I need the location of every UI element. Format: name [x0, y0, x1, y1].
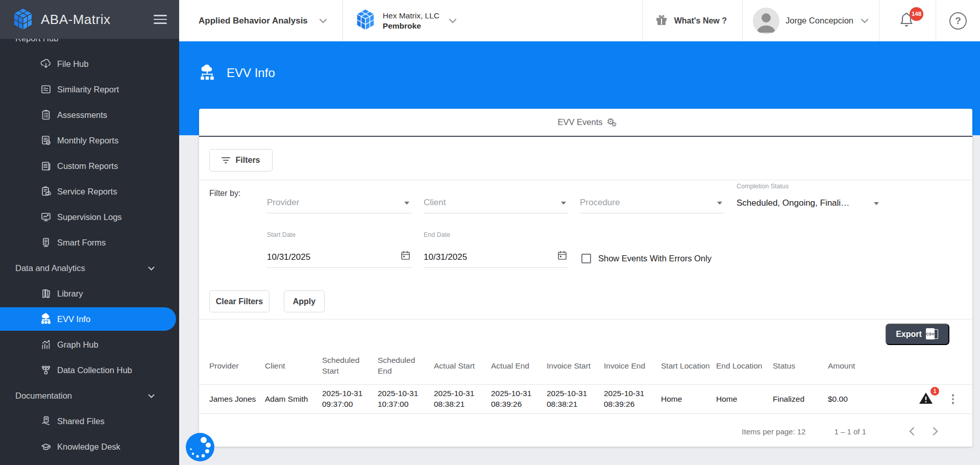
sidebar-item-label: Monthly Reports	[57, 136, 118, 145]
chevron-down-icon	[319, 16, 327, 26]
sidebar-section-documentation[interactable]: Documentation	[0, 383, 179, 408]
checkbox-label: Show Events With Errors Only	[598, 254, 712, 263]
completion-status-label: Completion Status	[737, 183, 789, 190]
items-per-page[interactable]: Items per page: 12	[742, 427, 805, 436]
filters-button[interactable]: Filters	[209, 149, 273, 172]
help-button[interactable]: ?	[949, 12, 967, 30]
user-menu[interactable]: Jorge Concepcion	[743, 0, 879, 41]
end-date-label: End Date	[424, 231, 450, 238]
user-name: Jorge Concepcion	[786, 16, 853, 26]
provider-select[interactable]: Provider	[267, 188, 411, 213]
whats-new-label: What's New ?	[674, 16, 727, 26]
table-row[interactable]: James Jones Adam Smith 2025-10-31 09:37:…	[199, 384, 972, 414]
cell-client: Adam Smith	[265, 394, 322, 405]
calendar-icon[interactable]	[401, 250, 410, 262]
avatar	[753, 8, 779, 34]
sidebar-item-supervision-logs[interactable]: Supervision Logs	[0, 204, 179, 230]
sidebar-item-smart-forms[interactable]: Smart Forms	[0, 230, 179, 255]
column-header: Amount	[828, 361, 884, 372]
knowledge-desk-icon	[40, 440, 52, 453]
sidebar-header: ABA-Matrix	[0, 0, 179, 39]
product-selector[interactable]: Applied Behavior Analysis	[179, 0, 342, 41]
sidebar-item-monthly-reports[interactable]: Monthly Reports	[0, 128, 179, 153]
top-bar: Applied Behavior Analysis Hex Matrix, LL…	[179, 0, 980, 41]
sidebar-item-assessments[interactable]: Assessments	[0, 102, 179, 128]
sidebar-item-knowledge-desk[interactable]: Knowledge Desk	[0, 434, 179, 459]
next-page-button[interactable]	[923, 421, 947, 442]
cell-actual-start: 2025-10-31 08:38:21	[434, 388, 491, 410]
sidebar-item-service-reports[interactable]: Service Reports	[0, 179, 179, 204]
supervision-logs-icon	[40, 211, 52, 223]
menu-toggle-icon[interactable]	[154, 15, 167, 24]
file-hub-icon	[40, 58, 52, 70]
organization-name: Hex Matrix, LLC	[383, 11, 439, 20]
similarity-report-icon	[40, 83, 52, 95]
graph-hub-icon	[40, 338, 52, 351]
end-date-input[interactable]: End Date 10/31/2025	[424, 242, 568, 268]
column-header: End Location	[716, 361, 773, 372]
notification-badge: 148	[910, 7, 923, 21]
sidebar-section-data-and-analytics[interactable]: Data and Analytics	[0, 255, 179, 281]
sidebar-item-shared-files[interactable]: Shared Files	[0, 408, 179, 434]
sidebar-item-label: Data Collection Hub	[57, 365, 132, 375]
chevron-down-icon	[148, 391, 155, 401]
cell-amount: $0.00	[828, 394, 884, 405]
cell-actual-end: 2025-10-31 08:39:26	[491, 388, 547, 410]
column-header: Scheduled End	[378, 355, 434, 377]
sidebar-item-file-hub[interactable]: File Hub	[0, 51, 179, 77]
organization-logo-cube-icon	[355, 9, 376, 33]
sidebar-item-evv-info[interactable]: EVV Info	[0, 306, 179, 332]
calendar-icon[interactable]	[557, 250, 567, 262]
sidebar-item-similarity-report[interactable]: Similarity Report	[0, 77, 179, 102]
show-errors-only-checkbox[interactable]: Show Events With Errors Only	[581, 254, 712, 263]
procedure-select[interactable]: Procedure	[580, 188, 724, 213]
apply-button[interactable]: Apply	[284, 290, 325, 312]
data-collection-hub-icon	[40, 364, 52, 376]
sidebar-item-label: EVV Info	[57, 314, 90, 324]
completion-status-select[interactable]: Completion Status Scheduled, Ongoing, Fi…	[737, 188, 881, 213]
start-date-label: Start Date	[267, 231, 296, 238]
shared-files-icon	[40, 415, 52, 427]
cell-status: Finalized	[773, 394, 828, 405]
row-menu-button[interactable]	[952, 394, 954, 404]
sidebar-item-data-collection-hub[interactable]: Data Collection Hub	[0, 357, 179, 383]
question-mark-icon: ?	[955, 15, 961, 27]
start-date-input[interactable]: Start Date 10/31/2025	[267, 242, 411, 268]
notifications-button[interactable]: 148	[899, 12, 914, 30]
whats-new-button[interactable]: What's New ?	[643, 0, 742, 41]
evv-info-icon	[198, 64, 216, 82]
sidebar-item-custom-reports[interactable]: Custom Reports	[0, 153, 179, 179]
dropdown-arrow-icon	[561, 202, 566, 205]
settings-gears-icon[interactable]: ⚙⚙	[607, 116, 614, 128]
warning-button[interactable]: 1	[919, 392, 933, 406]
cell-scheduled-end: 2025-10-31 10:37:00	[378, 388, 434, 410]
divider	[199, 180, 972, 180]
sidebar-item-label: Knowledge Desk	[57, 442, 120, 452]
dropdown-arrow-icon	[717, 202, 722, 205]
previous-page-button[interactable]	[900, 421, 923, 442]
table-header-row: Provider Client Scheduled Start Schedule…	[199, 348, 972, 384]
chevron-down-icon	[449, 16, 457, 26]
organization-selector[interactable]: Hex Matrix, LLC Pembroke	[343, 0, 470, 41]
error-count-badge: 1	[930, 387, 939, 396]
sidebar-item-library[interactable]: Library	[0, 281, 179, 306]
sidebar-item-graph-hub[interactable]: Graph Hub	[0, 332, 179, 357]
column-header: Actual Start	[434, 361, 491, 372]
checkbox-unchecked-icon	[581, 254, 591, 263]
smart-forms-icon	[40, 236, 52, 249]
column-header: Provider	[209, 361, 265, 372]
sidebar-item-label: Supervision Logs	[57, 212, 122, 222]
export-csv-button[interactable]: Export CSV	[886, 324, 949, 345]
column-header: Status	[773, 361, 828, 372]
divider	[199, 319, 972, 320]
client-select[interactable]: Client	[424, 188, 568, 213]
sidebar-item-label: Shared Files	[57, 417, 105, 426]
cell-end-location: Home	[716, 394, 773, 405]
clear-filters-button[interactable]: Clear Filters	[209, 290, 270, 312]
page-title: EVV Info	[227, 66, 275, 80]
cell-start-location: Home	[661, 394, 716, 405]
widget-launcher-button[interactable]	[185, 432, 215, 462]
evv-events-card: EVV Events ⚙⚙ Filters Filter by: Provide…	[199, 109, 972, 447]
cell-scheduled-start: 2025-10-31 09:37:00	[322, 388, 378, 410]
tab-evv-events[interactable]: EVV Events ⚙⚙	[199, 109, 972, 137]
